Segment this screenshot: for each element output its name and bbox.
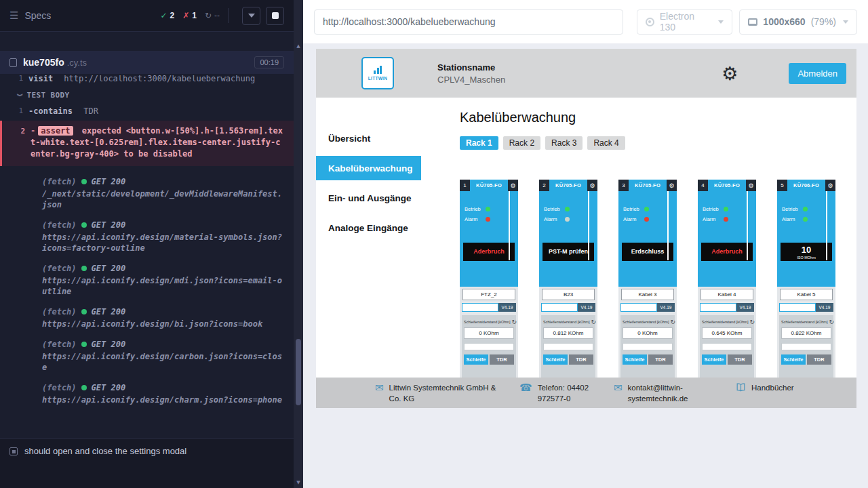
input-box[interactable]: [464, 343, 514, 350]
schleife-button[interactable]: Schleife: [623, 354, 647, 365]
manuals-link[interactable]: Handbücher: [736, 383, 794, 394]
cable-name-input[interactable]: FTZ_2: [462, 289, 515, 300]
tdr-button[interactable]: TDR: [648, 354, 673, 365]
nav-item-ein-und-ausgaenge[interactable]: Ein- und Ausgänge: [316, 183, 421, 213]
input-box[interactable]: [701, 304, 736, 311]
fetch-log-row[interactable]: (fetch)GET 200 https://api.iconify.desig…: [0, 258, 294, 302]
url-input[interactable]: [314, 9, 623, 35]
schleife-button[interactable]: Schleife: [543, 354, 568, 365]
input-box[interactable]: [781, 343, 831, 350]
status-display: PST-M prüfen: [542, 243, 594, 261]
file-icon: [9, 58, 17, 67]
input-box[interactable]: [543, 343, 593, 350]
scroll-down-arrow[interactable]: ▼: [294, 480, 303, 485]
nav-item-uebersicht[interactable]: Übersicht: [316, 123, 421, 153]
specs-label: Specs: [24, 10, 51, 21]
betrieb-led: [644, 207, 649, 211]
tab-rack-1[interactable]: Rack 1: [460, 136, 498, 150]
fetch-log-row[interactable]: (fetch)GET 200 https://api.iconify.desig…: [0, 378, 294, 410]
device-cards: 1KÜ705-FO⚙ Betrieb Alarm Aderbruch FTZ_2…: [460, 180, 856, 378]
cable-name-input[interactable]: Kabel 3: [621, 289, 674, 300]
status-display: Erdschluss: [622, 243, 673, 261]
input-box[interactable]: [780, 304, 815, 311]
refresh-icon: ↻: [205, 11, 212, 20]
cable-name-input[interactable]: Kabel 5: [780, 289, 833, 300]
card-settings-icon[interactable]: ⚙: [667, 180, 677, 191]
device-card: 5KÜ706-FO⚙ Betrieb Alarm 10ISO MOhm Kabe…: [777, 180, 835, 378]
failed-assert-row[interactable]: 2 -assert expected <button.w-[50%].h-[1.…: [0, 121, 294, 166]
tdr-button[interactable]: TDR: [728, 354, 752, 365]
failed-count: ✗1: [182, 11, 197, 20]
station-value: CPLV4_Maschen: [437, 75, 505, 85]
nav-item-kabelueberwachung[interactable]: Kabelüberwachung: [316, 156, 421, 180]
command-contains[interactable]: 1 -contains TDR: [0, 104, 294, 119]
card-settings-icon[interactable]: ⚙: [508, 180, 518, 191]
card-settings-icon[interactable]: ⚙: [746, 180, 756, 191]
refresh-icon[interactable]: ↻: [749, 319, 755, 325]
assert-state: disabled: [153, 149, 193, 159]
command-visit[interactable]: 1 visit http://localhost:3000/kabelueber…: [0, 75, 294, 85]
version-badge: V4.19: [578, 303, 595, 312]
fetch-log-row[interactable]: (fetch)GET 200 https://api.iconify.desig…: [0, 334, 294, 378]
status-ok-icon: [81, 266, 87, 271]
betrieb-led: [803, 207, 808, 211]
app-header: LITTWIN Stationsname CPLV4_Maschen ⚙ Abm…: [316, 49, 856, 98]
fetch-log-row[interactable]: (fetch)GET 200 /_next/static/development…: [0, 171, 294, 215]
schleife-button[interactable]: Schleife: [464, 354, 488, 365]
schleife-button[interactable]: Schleife: [702, 354, 726, 365]
input-box[interactable]: [621, 304, 656, 311]
tab-rack-2[interactable]: Rack 2: [503, 136, 540, 150]
tab-rack-3[interactable]: Rack 3: [545, 136, 583, 150]
fetch-log-row[interactable]: (fetch)GET 200 https://api.iconify.desig…: [0, 215, 294, 258]
schleife-button[interactable]: Schleife: [781, 354, 806, 365]
input-box[interactable]: [702, 343, 752, 350]
card-number: 4: [698, 180, 708, 191]
scroll-up-arrow[interactable]: ▲: [294, 43, 303, 49]
collapse-button[interactable]: [242, 7, 260, 25]
cable-name-input[interactable]: Kabel 4: [701, 289, 753, 300]
x-icon: ✗: [182, 11, 189, 20]
betrieb-led: [486, 207, 490, 211]
email-icon: ✉: [614, 383, 623, 404]
fetch-log-row[interactable]: (fetch)GET 200 https://api.iconify.desig…: [0, 302, 294, 334]
scrollbar-thumb[interactable]: [296, 339, 301, 405]
refresh-icon[interactable]: ↻: [591, 319, 596, 325]
refresh-icon[interactable]: ↻: [670, 319, 675, 325]
status-ok-icon: [81, 179, 87, 184]
tdr-button[interactable]: TDR: [569, 354, 593, 365]
tdr-button[interactable]: TDR: [490, 354, 514, 365]
station-info: Stationsname CPLV4_Maschen: [437, 62, 505, 85]
input-box[interactable]: [542, 304, 577, 311]
tab-rack-4[interactable]: Rack 4: [587, 136, 625, 150]
tdr-button[interactable]: TDR: [807, 354, 831, 365]
version-badge: V4.19: [657, 303, 675, 312]
settings-gear-icon[interactable]: ⚙: [722, 64, 738, 83]
reporter-scrollbar[interactable]: ▲ ▼: [294, 0, 303, 488]
specs-tab[interactable]: ☰ Specs: [9, 9, 51, 22]
status-ok-icon: [81, 385, 87, 390]
status-display: Aderbruch: [463, 243, 515, 261]
sidebar-nav: Übersicht Kabelüberwachung Ein- und Ausg…: [316, 98, 421, 378]
stop-button[interactable]: [266, 7, 284, 25]
test-body-section[interactable]: ❱ TEST BODY: [0, 85, 294, 104]
device-card: 2KÜ705-FO⚙ Betrieb Alarm PST-M prüfen B2…: [539, 180, 597, 378]
spec-name: kue705fo: [23, 57, 64, 68]
reporter-header: ☰ Specs ✓2 ✗1 ↻--: [0, 0, 294, 32]
resistance-value: 0 KOhm: [464, 327, 514, 339]
card-model: KÜ705-FO: [470, 180, 508, 191]
refresh-icon[interactable]: ↻: [829, 319, 834, 325]
cable-name-input[interactable]: B23: [542, 289, 595, 300]
browser-select[interactable]: Electron 130: [637, 9, 732, 35]
nav-item-analoge-eingaenge[interactable]: Analoge Eingänge: [316, 213, 421, 243]
spec-header[interactable]: kue705fo .cy.ts 00:19: [0, 51, 294, 74]
viewport-select[interactable]: 1000x660 (79%): [739, 9, 857, 35]
card-settings-icon[interactable]: ⚙: [825, 180, 835, 191]
resistance-value: 0.822 KOhm: [781, 327, 831, 339]
logout-button[interactable]: Abmelden: [789, 63, 846, 84]
input-box[interactable]: [462, 304, 498, 311]
input-box[interactable]: [623, 343, 673, 350]
check-icon: ✓: [160, 11, 167, 20]
pending-test-row[interactable]: should open and close the settings modal: [0, 438, 294, 488]
refresh-icon[interactable]: ↻: [511, 319, 517, 325]
card-settings-icon[interactable]: ⚙: [587, 180, 597, 191]
